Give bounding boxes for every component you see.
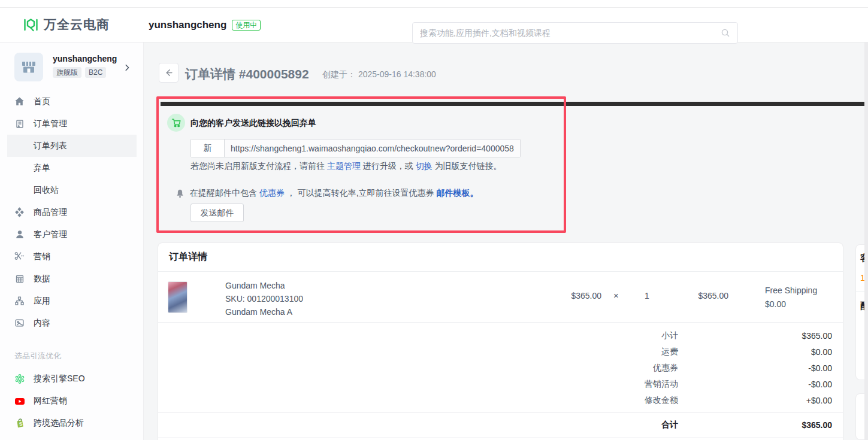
total-value: $365.00 bbox=[772, 331, 832, 341]
sidebar-item-label: 搜索引擎SEO bbox=[34, 374, 85, 384]
brand-logo-icon bbox=[23, 17, 39, 33]
sidebar-item-label: 回收站 bbox=[34, 185, 59, 196]
sidebar-item-products[interactable]: 商品管理 bbox=[0, 201, 144, 223]
data-icon bbox=[14, 274, 25, 284]
store-switcher[interactable]: yunshangcheng 旗舰版 B2C bbox=[14, 53, 134, 81]
theme-management-link[interactable]: 主题管理 bbox=[327, 161, 361, 171]
sidebar-item-sourcing[interactable]: S 跨境选品分析 bbox=[0, 412, 144, 434]
switch-link[interactable]: 切换 bbox=[416, 161, 433, 171]
home-icon bbox=[14, 96, 25, 107]
right-panel-card2-clipped bbox=[855, 393, 864, 440]
sidebar-item-label: 应用 bbox=[34, 296, 50, 307]
total-value: -$0.00 bbox=[772, 363, 832, 373]
order-created-at: 创建于： 2025-09-16 14:38:00 bbox=[322, 69, 436, 80]
chevron-right-icon[interactable] bbox=[123, 63, 131, 72]
sidebar-item-label: 客户管理 bbox=[34, 229, 67, 240]
sidebar-item-label: 订单管理 bbox=[34, 119, 67, 129]
sidebar-item-content[interactable]: 内容 bbox=[0, 312, 144, 334]
grand-total-label: 合计 bbox=[594, 420, 678, 430]
divider bbox=[856, 291, 864, 292]
page-title: 订单详情 #400005892 bbox=[185, 66, 309, 83]
sidebar-item-label: 弃单 bbox=[34, 163, 50, 174]
search-icon[interactable] bbox=[721, 28, 730, 38]
total-value: -$0.00 bbox=[772, 380, 832, 389]
order-icon bbox=[14, 119, 25, 129]
total-value: $0.00 bbox=[772, 347, 832, 357]
sidebar-item-label: 网红营销 bbox=[34, 396, 67, 406]
black-bar bbox=[161, 102, 868, 106]
sidebar: yunshangcheng 旗舰版 B2C 首页 bbox=[0, 43, 144, 440]
note-text: 若您尚未启用新版支付流程，请前往 bbox=[190, 161, 327, 171]
total-row-coupon: 优惠券 -$0.00 bbox=[158, 360, 832, 376]
sidebar-item-label: 商品管理 bbox=[34, 207, 67, 218]
total-label: 修改金额 bbox=[594, 395, 678, 406]
status-badge: 使用中 bbox=[232, 20, 261, 31]
store-name: yunshangcheng bbox=[149, 19, 226, 31]
reminder-part: ， 可以提高转化率,立即前往设置优惠券 bbox=[285, 188, 437, 198]
total-row-campaign: 营销活动 -$0.00 bbox=[158, 376, 832, 392]
total-row-shipping: 运费 $0.00 bbox=[158, 344, 832, 360]
shipping-method: Free Shipping bbox=[765, 284, 817, 298]
sidebar-item-marketing[interactable]: 营销 bbox=[0, 245, 144, 268]
customer-icon bbox=[14, 229, 25, 239]
order-card-title: 订单详情 bbox=[158, 243, 843, 272]
sidebar-item-label: 订单列表 bbox=[34, 141, 67, 151]
product-variant: Gundam Mecha A bbox=[225, 305, 303, 318]
browser-top-strip bbox=[0, 0, 868, 8]
recovery-link-input[interactable] bbox=[225, 139, 520, 157]
line-total: $365.00 bbox=[669, 291, 728, 301]
youtube-icon bbox=[14, 396, 25, 406]
reminder-part: 在提醒邮件中包含 bbox=[190, 188, 259, 198]
bell-icon bbox=[176, 189, 185, 198]
store-meta: yunshangcheng 旗舰版 B2C bbox=[53, 53, 117, 81]
grand-total-row: 合计 $365.00 bbox=[158, 412, 843, 438]
quantity: 1 bbox=[645, 291, 649, 301]
search-input[interactable] bbox=[420, 28, 721, 38]
sidebar-item-influencer[interactable]: 网红营销 bbox=[0, 390, 144, 412]
send-email-button[interactable]: 发送邮件 bbox=[190, 204, 244, 222]
total-row-subtotal: 小计 $365.00 bbox=[158, 327, 832, 344]
app-header: 万全云电商 yunshangcheng 使用中 bbox=[0, 8, 868, 43]
order-item-row: Gundam Mecha SKU: 001200013100 Gundam Me… bbox=[158, 272, 843, 323]
app-screen: 万全云电商 yunshangcheng 使用中 bbox=[0, 0, 868, 440]
order-details-card: 订单详情 Gundam Mecha SKU: 001200013100 Gund… bbox=[158, 242, 843, 440]
product-icon bbox=[14, 207, 25, 217]
shopify-icon: S bbox=[14, 418, 25, 429]
sidebar-item-orders[interactable]: 订单管理 bbox=[0, 113, 144, 135]
sidebar-item-recycle-bin[interactable]: 回收站 bbox=[0, 179, 144, 201]
shipping-fee: $0.00 bbox=[765, 298, 817, 311]
cart-icon bbox=[167, 114, 185, 132]
mode-badge: B2C bbox=[85, 67, 106, 78]
sidebar-item-label: 营销 bbox=[34, 251, 50, 262]
seo-icon bbox=[14, 374, 25, 384]
product-name: Gundam Mecha bbox=[225, 279, 303, 292]
sidebar-item-hot-products[interactable]: 热品中心 bbox=[0, 434, 144, 440]
created-value: 2025-09-16 14:38:00 bbox=[358, 69, 436, 79]
sidebar-item-data[interactable]: 数据 bbox=[0, 268, 144, 290]
sidebar-item-order-list[interactable]: 订单列表 bbox=[7, 135, 137, 157]
email-template-link[interactable]: 邮件模板。 bbox=[436, 188, 478, 198]
total-row-adjustment: 修改金额 +$0.00 bbox=[158, 392, 832, 408]
total-label: 营销活动 bbox=[594, 379, 678, 390]
back-button[interactable] bbox=[159, 63, 179, 83]
sidebar-item-apps[interactable]: 应用 bbox=[0, 290, 144, 312]
sidebar-nav: 首页 订单管理 订单列表 弃单 回收站 bbox=[0, 90, 144, 440]
sidebar-item-seo[interactable]: 搜索引擎SEO bbox=[0, 368, 144, 390]
sidebar-item-label: 数据 bbox=[34, 274, 50, 284]
global-search[interactable] bbox=[412, 22, 738, 44]
created-label: 创建于： bbox=[322, 69, 356, 79]
product-thumbnail[interactable] bbox=[168, 281, 187, 313]
totals-section: 小计 $365.00 运费 $0.00 优惠券 -$0.00 营销活动 -$0.… bbox=[158, 323, 843, 412]
scrollbar[interactable] bbox=[864, 43, 868, 440]
reminder-text: 在提醒邮件中包含 优惠券 ， 可以提高转化率,立即前往设置优惠券 邮件模板。 bbox=[190, 188, 478, 199]
brand-logo[interactable]: 万全云电商 bbox=[23, 16, 110, 33]
brand-name: 万全云电商 bbox=[44, 16, 110, 33]
right-panel-section-fragment: 配 bbox=[860, 301, 864, 312]
sidebar-item-abandoned-orders[interactable]: 弃单 bbox=[0, 157, 144, 179]
apps-icon bbox=[14, 296, 25, 306]
sidebar-item-customers[interactable]: 客户管理 bbox=[0, 223, 144, 245]
coupon-link[interactable]: 优惠券 bbox=[259, 188, 285, 198]
sidebar-store-name: yunshangcheng bbox=[53, 54, 117, 63]
sidebar-item-home[interactable]: 首页 bbox=[0, 90, 144, 113]
plan-badge: 旗舰版 bbox=[53, 67, 81, 78]
